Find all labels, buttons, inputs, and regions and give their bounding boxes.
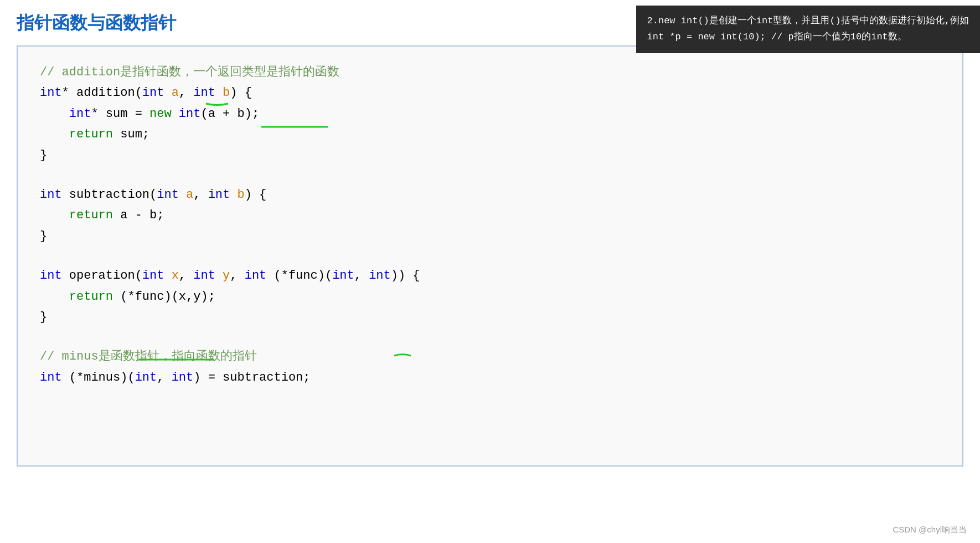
kw-int-new: int	[179, 107, 201, 121]
kw-int-minus-1: int	[135, 371, 157, 385]
code-line-7: }	[40, 226, 940, 247]
tooltip-box: 2.new int()是创建一个int型数，并且用()括号中的数据进行初始化,例…	[636, 6, 980, 53]
code-line-5: int subtraction(int a, int b) {	[40, 185, 940, 205]
kw-int-minus-2: int	[172, 371, 194, 385]
kw-int-op-3: int	[245, 269, 267, 283]
kw-int-return: int	[40, 86, 62, 100]
code-line-1: int* addition(int a, int b) {	[40, 83, 940, 103]
code-line-4: }	[40, 145, 940, 166]
kw-int-op-x: int	[142, 269, 164, 283]
kw-return-1: return	[69, 127, 113, 141]
code-comment-2: // minus是函数指针，指向函数的指针	[40, 346, 940, 367]
code-comment-1: // addition是指针函数，一个返回类型是指针的函数	[40, 62, 940, 83]
blank-line-3	[40, 327, 940, 346]
kw-return-3: return	[69, 290, 113, 304]
kw-return-2: return	[69, 208, 113, 222]
kw-new: new	[149, 107, 172, 121]
tooltip-line-2: int *p = new int(10); // p指向一个值为10的int数。	[647, 29, 969, 45]
watermark: CSDN @chyl响当当	[893, 525, 967, 535]
kw-int-func-1: int	[332, 269, 354, 283]
code-line-10: }	[40, 307, 940, 327]
kw-int-sub-a: int	[157, 188, 179, 202]
kw-int-sub: int	[40, 188, 62, 202]
kw-int-b: int	[193, 86, 215, 100]
kw-int-op: int	[40, 269, 62, 283]
kw-int-sub-b: int	[208, 188, 230, 202]
kw-int-func-2: int	[369, 269, 391, 283]
code-line-9: return (*func)(x,y);	[40, 286, 940, 307]
kw-int-sum: int	[69, 107, 91, 121]
kw-int-op-y: int	[193, 269, 215, 283]
code-line-8: int operation(int x, int y, int (*func)(…	[40, 265, 940, 286]
code-line-2: int* sum = new int(a + b);	[40, 104, 940, 124]
blank-line-1	[40, 166, 940, 185]
code-line-6: return a - b;	[40, 205, 940, 226]
tooltip-line-1: 2.new int()是创建一个int型数，并且用()括号中的数据进行初始化,例…	[647, 13, 969, 29]
code-line-3: return sum;	[40, 124, 940, 145]
kw-int-a: int	[142, 86, 164, 100]
code-line-11: int (*minus)(int, int) = subtraction;	[40, 367, 940, 388]
blank-line-2	[40, 247, 940, 265]
kw-int-minus: int	[40, 371, 62, 385]
page-container: 指针函数与函数指针 2.new int()是创建一个int型数，并且用()括号中…	[0, 0, 980, 543]
code-block: // addition是指针函数，一个返回类型是指针的函数 int* addit…	[17, 45, 963, 467]
